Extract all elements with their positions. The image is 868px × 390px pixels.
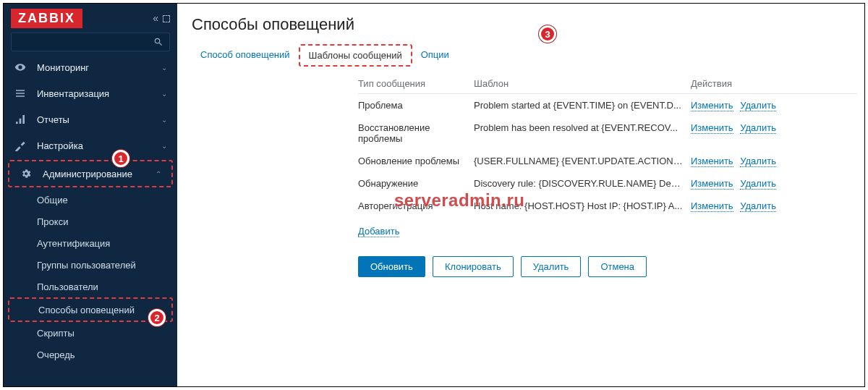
cell-template: Problem has been resolved at {EVENT.RECO…: [474, 116, 691, 150]
col-actions: Действия: [691, 74, 857, 94]
cell-template: Problem started at {EVENT.TIME} on {EVEN…: [474, 94, 691, 117]
cell-template: Discovery rule: {DISCOVERY.RULE.NAME} De…: [474, 172, 691, 195]
col-template: Шаблон: [474, 74, 691, 94]
nav-configuration[interactable]: Настройка ⌄: [4, 132, 177, 158]
callout-badge-2: 2: [148, 309, 166, 326]
eye-icon: [14, 61, 27, 74]
search-input[interactable]: [11, 33, 170, 51]
callout-badge-3: 3: [539, 25, 556, 43]
chevron-down-icon: ⌄: [161, 116, 167, 124]
table-row: Обнаружение Discovery rule: {DISCOVERY.R…: [358, 172, 857, 195]
cancel-button[interactable]: Отмена: [588, 256, 647, 277]
table-row: Проблема Problem started at {EVENT.TIME}…: [358, 94, 857, 117]
sidebar: ZABBIX « Мониторинг ⌄ Инвентаризация ⌄ О…: [4, 4, 177, 386]
nav-monitoring[interactable]: Мониторинг ⌄: [4, 54, 177, 80]
button-row: Обновить Клонировать Удалить Отмена: [358, 256, 850, 277]
sub-scripts[interactable]: Скрипты: [4, 322, 177, 344]
tab-options[interactable]: Опции: [412, 45, 458, 67]
cell-type: Обновление проблемы: [358, 150, 474, 172]
clone-button[interactable]: Клонировать: [433, 256, 514, 277]
delete-link[interactable]: Удалить: [740, 178, 776, 190]
nav-label: Отчеты: [37, 114, 69, 125]
sub-label: Общие: [37, 195, 68, 205]
table-row-add: Добавить: [358, 217, 857, 243]
logo-row: ZABBIX «: [4, 4, 177, 33]
sub-media-types[interactable]: Способы оповещений: [9, 299, 171, 321]
page-title: Способы оповещений: [192, 15, 850, 34]
callout-badge-1: 1: [112, 150, 129, 167]
col-type: Тип сообщения: [358, 74, 474, 94]
sub-label: Скрипты: [37, 328, 75, 339]
nav-label: Администрирование: [43, 169, 132, 179]
nav-inventory[interactable]: Инвентаризация ⌄: [4, 80, 177, 106]
chevron-down-icon: ⌄: [161, 90, 167, 98]
search-icon: [153, 37, 163, 47]
edit-link[interactable]: Изменить: [691, 200, 733, 212]
sub-label: Прокси: [37, 216, 68, 227]
list-icon: [14, 87, 27, 100]
nav-label: Инвентаризация: [37, 88, 109, 99]
delete-link[interactable]: Удалить: [740, 200, 776, 212]
nav-administration[interactable]: Администрирование ⌃: [9, 161, 171, 186]
bar-chart-icon: [14, 113, 27, 126]
delete-link[interactable]: Удалить: [740, 156, 776, 167]
sub-general[interactable]: Общие: [4, 189, 177, 211]
tab-message-templates[interactable]: Шаблоны сообщений: [299, 44, 412, 67]
chevron-down-icon: ⌄: [161, 142, 167, 150]
chevron-up-icon: ⌃: [156, 170, 161, 178]
message-templates-table: Тип сообщения Шаблон Действия Проблема P…: [358, 74, 857, 243]
sub-label: Аутентификация: [37, 238, 110, 249]
callout-box-admin: Администрирование ⌃: [8, 160, 173, 187]
table-row: Обновление проблемы {USER.FULLNAME} {EVE…: [358, 150, 857, 172]
cell-template: {USER.FULLNAME} {EVENT.UPDATE.ACTION} ..…: [474, 150, 691, 172]
cell-type: Восстановление проблемы: [358, 116, 474, 150]
sub-label: Способы оповещений: [38, 305, 135, 315]
edit-link[interactable]: Изменить: [691, 178, 733, 190]
sub-proxies[interactable]: Прокси: [4, 211, 177, 232]
nav-label: Настройка: [37, 140, 83, 151]
cell-template: Host name: {HOST.HOST} Host IP: {HOST.IP…: [474, 195, 691, 217]
cell-type: Обнаружение: [358, 172, 474, 195]
sub-users[interactable]: Пользователи: [4, 276, 177, 297]
update-button[interactable]: Обновить: [358, 256, 425, 277]
sub-authentication[interactable]: Аутентификация: [4, 232, 177, 254]
sub-user-groups[interactable]: Группы пользователей: [4, 254, 177, 276]
edit-link[interactable]: Изменить: [691, 100, 733, 111]
sidebar-toggle[interactable]: «: [153, 12, 170, 24]
cell-type: Авторегистрация: [358, 195, 474, 217]
tab-media-type[interactable]: Способ оповещений: [192, 45, 299, 67]
sub-queue[interactable]: Очередь: [4, 344, 177, 365]
add-template-link[interactable]: Добавить: [358, 226, 399, 237]
nav-reports[interactable]: Отчеты ⌄: [4, 106, 177, 132]
sub-label: Группы пользователей: [37, 260, 136, 271]
kiosk-icon[interactable]: [163, 15, 170, 22]
delete-button[interactable]: Удалить: [521, 256, 582, 277]
logo: ZABBIX: [11, 9, 82, 28]
sub-label: Очередь: [37, 349, 75, 360]
chevron-down-icon: ⌄: [161, 64, 167, 72]
main-content: Способы оповещений Способ оповещений Шаб…: [177, 4, 864, 386]
table-row: Авторегистрация Host name: {HOST.HOST} H…: [358, 195, 857, 217]
tabs: Способ оповещений Шаблоны сообщений Опци…: [192, 44, 850, 67]
nav-label: Мониторинг: [37, 62, 89, 73]
delete-link[interactable]: Удалить: [740, 100, 776, 111]
cell-type: Проблема: [358, 94, 474, 117]
table-row: Восстановление проблемы Problem has been…: [358, 116, 857, 150]
edit-link[interactable]: Изменить: [691, 122, 733, 134]
wrench-icon: [14, 139, 27, 152]
delete-link[interactable]: Удалить: [740, 122, 776, 134]
sub-label: Пользователи: [37, 281, 98, 292]
gear-icon: [20, 167, 33, 180]
edit-link[interactable]: Изменить: [691, 156, 733, 167]
